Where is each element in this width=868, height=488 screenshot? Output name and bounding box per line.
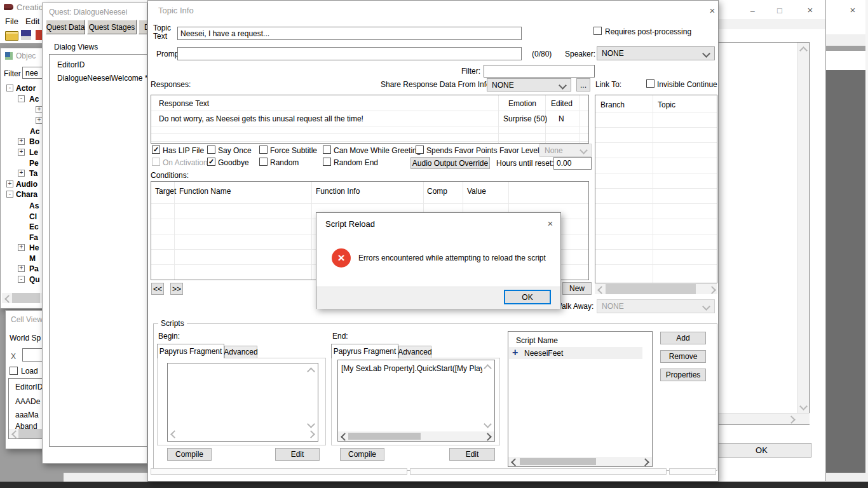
speaker-combobox[interactable]: NONE [597, 46, 715, 60]
tree-item[interactable]: Pe [29, 159, 39, 168]
open-icon[interactable] [5, 31, 18, 41]
menu-file[interactable]: File [5, 17, 18, 26]
invisible-continue-label: Invisible Continue [657, 80, 717, 89]
tree-item[interactable]: Fa [29, 233, 38, 242]
tree-expander-icon[interactable]: + [18, 149, 25, 156]
invisible-continue-checkbox[interactable] [646, 79, 654, 88]
filter-input[interactable] [484, 65, 595, 78]
share-response-more-button[interactable]: ... [576, 78, 590, 92]
random-checkbox[interactable] [259, 158, 268, 166]
remove-script-button[interactable]: Remove [660, 350, 706, 363]
menu-edit[interactable]: Edit [25, 17, 39, 26]
script-reload-close-icon[interactable]: × [545, 219, 555, 229]
has-lip-file-label: Has LIP File [163, 146, 204, 155]
far-right-close-icon[interactable]: × [848, 5, 858, 15]
right-window-close-icon[interactable]: × [805, 5, 815, 15]
hours-until-reset-input[interactable] [553, 157, 592, 170]
list-item[interactable]: AAADe [15, 397, 40, 406]
tree-expander-icon[interactable]: - [18, 276, 25, 283]
goodbye-checkbox[interactable]: ✓ [207, 158, 215, 166]
dialog-views-list[interactable]: EditorID DialogueNeeseiWelcome * [49, 54, 147, 447]
response-row-text[interactable]: Do not worry, as Neesei gets this unusal… [159, 114, 363, 123]
tab-quest-data[interactable]: Quest Data [46, 20, 85, 34]
script-list[interactable]: Script Name + NeeseiFeet [508, 331, 653, 467]
tree-expander-icon[interactable]: - [6, 85, 13, 92]
tree-item[interactable]: Ac [30, 127, 39, 136]
tree-item[interactable]: Pa [29, 264, 39, 273]
next-response-button[interactable]: >> [170, 283, 183, 295]
end-fragment-textarea[interactable]: [My SexLab Property].QuickStart([My Play… [337, 360, 495, 442]
tree-item[interactable]: Le [29, 148, 38, 157]
end-edit-button[interactable]: Edit [449, 448, 495, 461]
link-to-hscrollbar[interactable] [595, 284, 717, 294]
share-response-combobox[interactable]: NONE [487, 78, 571, 92]
right-panel-hscrollbar[interactable] [715, 413, 810, 424]
load-checkbox[interactable] [10, 367, 18, 375]
list-item[interactable]: aaaMa [15, 410, 39, 419]
prompt-counter: (0/80) [532, 50, 552, 58]
responses-table[interactable]: Response Text Emotion Edited Do not worr… [151, 95, 589, 144]
tab-begin-papyrus-fragment[interactable]: Papyrus Fragment [157, 344, 224, 358]
maximize-icon[interactable]: □ [777, 6, 782, 15]
prev-response-button[interactable]: << [151, 283, 164, 295]
tree-item[interactable]: Chara [16, 190, 37, 199]
add-script-button[interactable]: Add [660, 332, 706, 344]
minimize-icon[interactable]: − [750, 6, 755, 17]
tree-item[interactable]: Actor [16, 84, 36, 93]
tree-expander-icon[interactable]: - [18, 95, 25, 102]
begin-edit-button[interactable]: Edit [275, 448, 320, 461]
tree-item[interactable]: Ec [29, 222, 39, 231]
prompt-input[interactable] [177, 47, 522, 60]
requires-post-processing-checkbox[interactable] [593, 27, 602, 35]
tree-item[interactable]: Qu [29, 275, 40, 284]
list-item[interactable]: DialogueNeeseiWelcome * [57, 74, 147, 83]
tree-expander-icon[interactable]: - [6, 191, 13, 198]
topic-info-close-icon[interactable]: × [707, 6, 717, 16]
save-icon[interactable] [21, 30, 31, 40]
right-window-ok-button[interactable]: OK [712, 443, 811, 458]
ck-logo-icon [4, 4, 13, 10]
spends-favor-points-checkbox[interactable] [416, 146, 424, 154]
tree-expander-icon[interactable]: + [18, 265, 25, 272]
right-panel-vscrollbar[interactable] [797, 43, 809, 414]
audio-output-override-button[interactable]: Audio Output Override [410, 157, 490, 169]
tab-cut[interactable]: D [139, 20, 147, 34]
tab-begin-advanced[interactable]: Advanced [224, 346, 257, 358]
quest-window-title: Quest: DialogueNeesei [49, 8, 127, 17]
script-list-hscrollbar[interactable] [508, 457, 652, 466]
tree-item[interactable]: Ta [29, 169, 37, 178]
force-subtitle-checkbox[interactable] [259, 146, 268, 154]
begin-fragment-textarea[interactable] [167, 363, 318, 442]
properties-script-button[interactable]: Properties [660, 369, 706, 381]
topic-text-input[interactable] [177, 27, 522, 40]
tree-item[interactable]: Bo [29, 137, 39, 146]
tree-expander-icon[interactable]: + [18, 244, 25, 251]
end-compile-button[interactable]: Compile [340, 448, 384, 461]
new-condition-button[interactable]: New [562, 282, 592, 295]
response-row-emotion[interactable]: Surprise (50) [503, 114, 547, 123]
end-fragment-hscrollbar[interactable] [338, 431, 494, 441]
tree-item[interactable]: He [29, 243, 39, 252]
random-end-checkbox[interactable] [323, 158, 331, 166]
tree-expander-icon[interactable]: + [18, 170, 25, 177]
tree-item[interactable]: Cl [29, 212, 37, 221]
say-once-checkbox[interactable] [207, 146, 215, 154]
tree-item[interactable]: Ac [29, 95, 39, 104]
script-reload-ok-button[interactable]: OK [504, 290, 551, 304]
can-move-while-greeting-checkbox[interactable] [323, 146, 331, 154]
tab-quest-stages[interactable]: Quest Stages [87, 20, 137, 34]
tree-expander-icon[interactable]: + [6, 180, 13, 187]
tree-item[interactable]: As [29, 201, 39, 210]
tree-item[interactable]: Audio [16, 180, 37, 189]
list-item[interactable]: + NeeseiFeet [509, 347, 642, 359]
tab-end-advanced[interactable]: Advanced [398, 346, 431, 358]
has-lip-file-checkbox[interactable]: ✓ [152, 146, 160, 154]
tab-end-papyrus-fragment[interactable]: Papyrus Fragment [331, 344, 398, 358]
begin-compile-button[interactable]: Compile [167, 448, 212, 461]
taskbar-strip [0, 482, 868, 488]
response-row-edited[interactable]: N [559, 114, 564, 123]
tree-item[interactable]: M [29, 254, 36, 263]
link-to-table[interactable]: Branch Topic [595, 95, 717, 283]
tree-expander-icon[interactable]: + [18, 138, 25, 145]
toolbar-icon-fragment[interactable] [36, 30, 42, 40]
